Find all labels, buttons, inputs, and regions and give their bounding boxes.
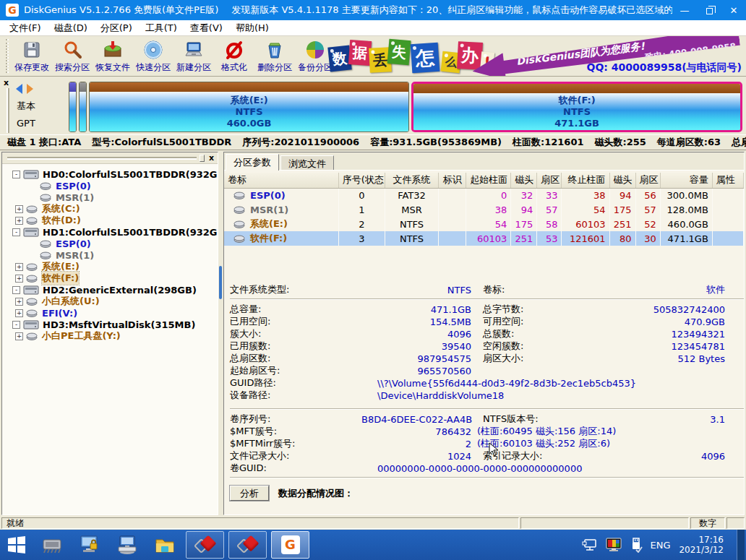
main-area: x -HD0:ColorfulSL5001TBDDR(932GB) ESP(0)…	[0, 150, 746, 517]
recover-files-button[interactable]: 恢复文件	[93, 36, 133, 76]
menu-view[interactable]: 查看(V)	[184, 22, 229, 35]
window-title: DiskGenius V5.1.2.766 免费版(单文件PE版)	[24, 4, 218, 17]
next-disk-arrow-icon[interactable]	[27, 84, 33, 94]
tree-close-icon[interactable]: x	[207, 153, 215, 163]
tree-item-system-e[interactable]: +系统(E:)	[2, 261, 218, 272]
tab-partition-params[interactable]: 分区参数	[226, 154, 279, 171]
prev-disk-arrow-icon[interactable]	[16, 84, 22, 94]
tree-item-system-c[interactable]: +系统(C:)	[2, 203, 218, 215]
close-button[interactable]: ✕	[721, 0, 746, 20]
task-button-app1[interactable]	[186, 531, 224, 559]
col-start-sector[interactable]: 扇区	[537, 173, 562, 188]
usb-eject-tray-icon[interactable]	[630, 537, 643, 553]
new-partition-button[interactable]: 新建分区	[173, 36, 214, 76]
hard-disk-icon	[23, 285, 39, 295]
disk-heads: 磁头数:255	[595, 136, 646, 149]
ramdisk-tool-icon[interactable]	[33, 530, 71, 560]
partition-icon	[233, 191, 246, 199]
tree-item-hd3[interactable]: -HD3:MsftVirtualDisk(315MB)	[2, 319, 218, 330]
menu-disk[interactable]: 磁盘(D)	[48, 22, 94, 35]
col-filesystem[interactable]: 文件系统	[385, 173, 438, 188]
tree-item-msr1-hd1[interactable]: MSR(1)	[2, 249, 218, 261]
status-end-cell	[726, 517, 745, 529]
tree-item-software-d[interactable]: +软件(D:)	[2, 215, 218, 226]
partition-bar-msr[interactable]	[79, 82, 87, 132]
minimize-button[interactable]: —	[672, 0, 697, 20]
partition-icon	[26, 275, 38, 283]
tree-item-esp0[interactable]: ESP(0)	[2, 180, 218, 191]
tree-item-software-f[interactable]: +软件(F:)	[2, 272, 218, 284]
table-row-msr[interactable]: MSR(1) 1MSR 389457 5417557 128.0MB	[224, 202, 744, 217]
save-icon	[21, 39, 43, 61]
status-bar: 就绪 数字	[0, 517, 746, 530]
format-button[interactable]: 格式化	[214, 36, 254, 76]
overview-close-icon[interactable]: x	[4, 78, 9, 87]
language-indicator[interactable]: ENG	[650, 540, 670, 551]
menu-file[interactable]: 文件(F)	[3, 22, 48, 35]
partition-bar-software-f[interactable]: 软件(F:) NTFS 471.1GB	[411, 82, 742, 132]
partition-overview: x 基本 GPT 系统(E:) NTFS 460.0GB	[0, 77, 746, 134]
delete-partition-button[interactable]: 删除分区	[254, 36, 295, 76]
clock-date: 2021/3/12	[679, 545, 724, 555]
ad-tile: 办	[457, 41, 483, 70]
partition-icon	[26, 263, 38, 271]
table-header-row: 卷标 序号(状态) 文件系统 标识 起始柱面 磁头 扇区 终止柱面 磁头 扇区 …	[224, 173, 744, 188]
partition-bar-system-e[interactable]: 系统(E:) NTFS 460.0GB	[89, 82, 409, 132]
tree-item-esp0-hd1[interactable]: ESP(0)	[2, 238, 218, 249]
tree-item-hd2[interactable]: -HD2:GenericExternal(298GB)	[2, 284, 218, 296]
col-end-cylinder[interactable]: 终止柱面	[562, 173, 609, 188]
menu-tools[interactable]: 工具(T)	[139, 22, 184, 35]
tree-slider[interactable]	[7, 157, 197, 160]
tree-item-efi-v[interactable]: +EFI(V:)	[2, 307, 218, 319]
col-volume-label[interactable]: 卷标	[224, 173, 338, 188]
volume-details: 文件系统类型:NTFS卷标:软件 总容量:471.1GB总字节数:5058327…	[224, 283, 744, 478]
col-attributes[interactable]: 属性	[712, 173, 743, 188]
table-row-system-e[interactable]: 系统(E:) 2NTFS 5417558 6010325152 460.0GB	[224, 217, 744, 231]
disk-tree: -HD0:ColorfulSL5001TBDDR(932GB) ESP(0) M…	[2, 164, 218, 514]
tree-slider-handle-icon[interactable]	[200, 155, 205, 162]
task-button-app2[interactable]	[228, 531, 267, 559]
file-explorer-icon[interactable]	[146, 530, 184, 560]
panel-splitter[interactable]	[218, 150, 223, 517]
quick-partition-icon	[142, 39, 164, 61]
analyze-button[interactable]: 分析	[230, 486, 269, 501]
menu-help[interactable]: 帮助(H)	[229, 22, 275, 35]
menu-partition[interactable]: 分区(P)	[94, 22, 139, 35]
view-mode-basic[interactable]: 基本	[17, 100, 35, 113]
show-desktop-button[interactable]	[737, 530, 745, 560]
pc-security-tool-icon[interactable]	[71, 530, 108, 560]
network-tray-icon[interactable]	[582, 538, 598, 552]
view-mode-gpt[interactable]: GPT	[17, 118, 35, 129]
tree-item-msr1[interactable]: MSR(1)	[2, 191, 218, 203]
disk-sectors-per-track: 每道扇区数:63	[657, 136, 721, 149]
restore-button[interactable]	[697, 0, 721, 20]
partition-bar-esp[interactable]	[69, 82, 77, 132]
col-start-cylinder[interactable]: 起始柱面	[466, 173, 511, 188]
quick-partition-button[interactable]: 快速分区	[133, 36, 173, 76]
col-index-status[interactable]: 序号(状态)	[338, 173, 385, 188]
toolbar: 保存更改 搜索分区 恢复文件 快速分区 新建分区	[0, 36, 746, 77]
col-end-sector[interactable]: 扇区	[635, 173, 660, 188]
table-row-software-f-selected[interactable]: 软件(F:) 3NTFS 6010325153 1216018030 471.1…	[224, 231, 744, 246]
save-changes-button[interactable]: 保存更改	[12, 36, 52, 76]
tree-item-hd0[interactable]: -HD0:ColorfulSL5001TBDDR(932GB)	[2, 168, 218, 180]
tree-item-xiaobai-pe-y[interactable]: +小白PE工具盘(Y:)	[2, 330, 218, 342]
col-end-head[interactable]: 磁头	[609, 173, 635, 188]
ad-tile: 怎	[411, 43, 440, 74]
tree-item-xiaobai-u[interactable]: +小白系统(U:)	[2, 296, 218, 307]
taskbar-clock[interactable]: 17:16 2021/3/12	[679, 535, 724, 555]
input-tool-icon[interactable]	[108, 530, 146, 560]
col-capacity[interactable]: 容量	[660, 173, 712, 188]
search-partition-button[interactable]: 搜索分区	[52, 36, 93, 76]
col-identifier[interactable]: 标识	[439, 173, 466, 188]
display-settings-tray-icon[interactable]	[605, 538, 622, 552]
tab-browse-files[interactable]: 浏览文件	[280, 155, 334, 170]
start-button[interactable]	[0, 530, 33, 560]
tree-item-hd1[interactable]: -HD1:ColorfulSL5001TBDDR(932GB)	[2, 226, 218, 238]
col-start-head[interactable]: 磁头	[511, 173, 537, 188]
task-button-diskgenius-active[interactable]: G	[271, 531, 309, 559]
update-notice: 发现新版本 V5.4.1.1178 主要更新内容如下：20、纠正扇区编辑功能，鼠…	[231, 4, 672, 17]
table-row-esp[interactable]: ESP(0) 0FAT32 03233 389456 300.0MB	[224, 188, 744, 202]
diskgenius-logo-icon: G	[281, 535, 300, 554]
disk-cylinders: 柱面数:121601	[513, 136, 583, 149]
